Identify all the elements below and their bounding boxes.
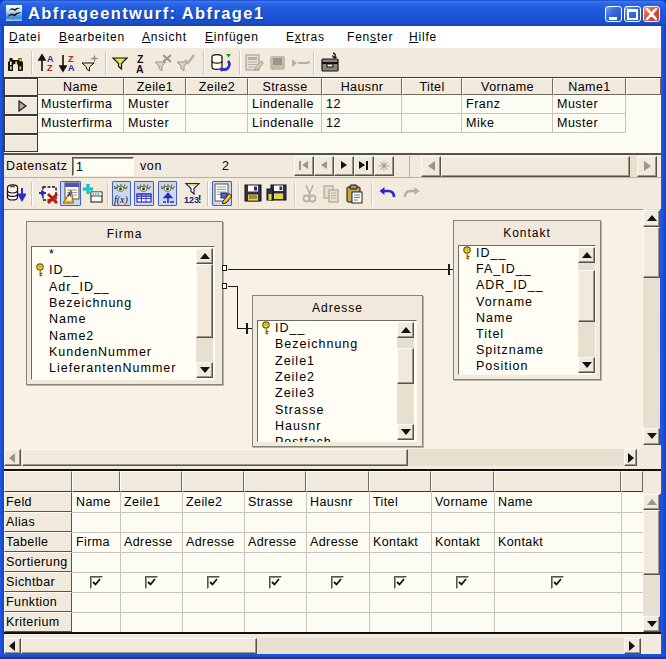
svg-text:123: 123 (184, 195, 199, 205)
svg-text:A: A (68, 63, 75, 73)
svg-text:Z: Z (47, 63, 53, 73)
svg-text:f(x): f(x) (114, 194, 129, 205)
svg-text:A: A (136, 63, 144, 74)
svg-text:!: ! (198, 194, 201, 205)
